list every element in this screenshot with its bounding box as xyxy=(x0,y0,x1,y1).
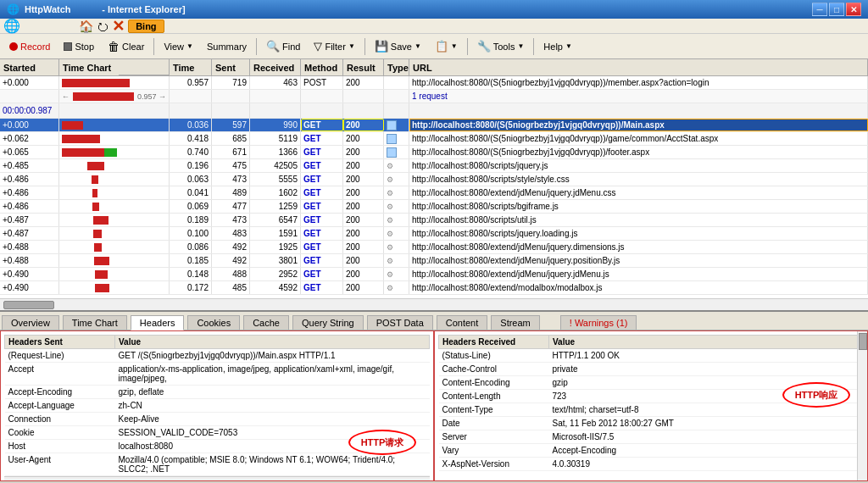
header-value: private xyxy=(549,363,864,376)
save-extra-button[interactable]: 📋 ▼ xyxy=(429,36,464,57)
col-header-received[interactable]: Received xyxy=(250,59,301,75)
tab-cache[interactable]: Cache xyxy=(243,315,289,330)
headers-received-row[interactable]: Content-Length723 xyxy=(439,390,864,403)
clear-icon: 🗑 xyxy=(108,40,120,53)
header-value: 4.0.30319 xyxy=(549,458,864,471)
headers-sent-row[interactable]: Accept-Encodinggzip, deflate xyxy=(5,386,430,399)
maximize-button[interactable]: □ xyxy=(829,3,844,16)
col-header-type[interactable]: Type xyxy=(384,59,409,75)
tab-timechart[interactable]: Time Chart xyxy=(63,315,127,330)
headers-sent-row[interactable]: User-AgentMozilla/4.0 (compatible; MSIE … xyxy=(5,453,430,476)
table-row[interactable]: +0.486 0.041 489 1602 GET 200 ⚙ http://l… xyxy=(0,186,868,200)
tab-postdata[interactable]: POST Data xyxy=(367,315,433,330)
save-dropdown-arrow: ▼ xyxy=(415,42,421,50)
close-button[interactable]: ✕ xyxy=(846,3,861,16)
header-value: GET /(S(5niogrbezbyj1vjgq0dvryqp))/Main.… xyxy=(115,349,430,363)
save-extra-icon: 📋 xyxy=(435,40,448,53)
filter-button[interactable]: ▽ Filter ▼ xyxy=(308,36,360,57)
separator-3 xyxy=(364,38,365,55)
table-row[interactable]: +0.486 0.063 473 5555 GET 200 ⚙ http://l… xyxy=(0,173,868,186)
header-value: zh-CN xyxy=(115,399,430,413)
headers-received-row[interactable]: (Status-Line)HTTP/1.1 200 OK xyxy=(439,349,864,363)
headers-received-row[interactable]: Content-Encodinggzip xyxy=(439,376,864,390)
help-dropdown-arrow: ▼ xyxy=(565,42,572,50)
header-name: X-AspNet-Version xyxy=(439,458,549,471)
clear-button[interactable]: 🗑 Clear xyxy=(102,36,150,57)
col-header-started[interactable]: Started xyxy=(0,59,59,75)
table-row[interactable]: +0.065 0.740 671 1366 GET 200 http://loc… xyxy=(0,146,868,159)
table-row[interactable]: +0.490 0.172 485 4592 GET 200 ⚙ http://l… xyxy=(0,281,868,295)
header-value: gzip, deflate xyxy=(115,386,430,399)
stop-button[interactable]: Stop xyxy=(58,36,100,57)
main-content: Started Time Chart Clear all entries fro… xyxy=(0,59,868,481)
header-value: Microsoft-IIS/7.5 xyxy=(549,430,864,444)
tab-stream[interactable]: Stream xyxy=(491,315,539,330)
table-row[interactable]: +0.062 0.418 685 5119 GET 200 http://loc… xyxy=(0,132,868,146)
view-button[interactable]: View ▼ xyxy=(158,36,199,57)
headers-sent-row[interactable]: Hostlocalhost:8080 xyxy=(5,440,430,453)
hscrollbar[interactable] xyxy=(0,298,868,310)
col-header-timechart[interactable]: Time Chart Clear all entries from the lo… xyxy=(59,59,170,75)
header-name: Accept xyxy=(5,363,115,386)
table-body: +0.000 0.957 719 463 POST 200 http://loc… xyxy=(0,76,868,298)
headers-sent-row[interactable]: CookieSESSION_VALID_CODE=7053 xyxy=(5,426,430,440)
summary-button[interactable]: Summary xyxy=(201,36,253,57)
minimize-button[interactable]: ─ xyxy=(812,3,827,16)
right-vscrollbar[interactable] xyxy=(857,331,867,480)
table-row[interactable]: +0.487 0.189 473 6547 GET 200 ⚙ http://l… xyxy=(0,214,868,227)
tab-cookies[interactable]: Cookies xyxy=(187,315,240,330)
header-name: Accept-Language xyxy=(5,399,115,413)
find-button[interactable]: 🔍 Find xyxy=(260,36,306,57)
headers-sent-table: Headers Sent Value (Request-Line)GET /(S… xyxy=(4,335,430,476)
table-row[interactable]: +0.000 0.957 719 463 POST 200 http://loc… xyxy=(0,76,868,90)
log-area: Started Time Chart Clear all entries fro… xyxy=(0,59,868,312)
ie-menu-bar: 🌐 🏠 ⭮ ✕ Bing xyxy=(0,19,868,34)
table-row[interactable]: +0.487 0.100 483 1591 GET 200 ⚙ http://l… xyxy=(0,227,868,241)
header-name: Content-Length xyxy=(439,390,549,403)
headers-received-row[interactable]: Cache-Controlprivate xyxy=(439,363,864,376)
col-header-url[interactable]: URL xyxy=(409,59,868,75)
stop-icon xyxy=(64,42,72,51)
headers-received-row[interactable]: VaryAccept-Encoding xyxy=(439,444,864,458)
table-row[interactable]: +0.486 0.069 477 1259 GET 200 ⚙ http://l… xyxy=(0,200,868,214)
header-name: (Request-Line) xyxy=(5,349,115,363)
tab-content[interactable]: Content xyxy=(437,315,488,330)
tab-warnings[interactable]: ! Warnings (1) xyxy=(560,315,637,330)
header-value: Mozilla/4.0 (compatible; MSIE 8.0; Windo… xyxy=(115,453,430,476)
col-header-sent[interactable]: Sent xyxy=(212,59,250,75)
left-hscrollbar[interactable] xyxy=(4,476,430,481)
headers-sent-panel: Headers Sent Value (Request-Line)GET /(S… xyxy=(0,330,434,481)
filter-icon: ▽ xyxy=(314,40,322,53)
tab-overview[interactable]: Overview xyxy=(2,315,59,330)
headers-received-row[interactable]: DateSat, 11 Feb 2012 18:00:27 GMT xyxy=(439,417,864,430)
tab-querystring[interactable]: Query String xyxy=(292,315,364,330)
table-row-selected[interactable]: +0.000 0.036 597 990 GET 200 http://loca… xyxy=(0,119,868,132)
record-button[interactable]: Record xyxy=(3,36,56,57)
table-row[interactable]: ← 0.957 → 1 request xyxy=(0,90,868,103)
headers-received-row[interactable]: ServerMicrosoft-IIS/7.5 xyxy=(439,430,864,444)
col-header-method[interactable]: Method xyxy=(301,59,343,75)
table-row-group[interactable]: 00:00:00.987 xyxy=(0,103,868,119)
headers-sent-row[interactable]: Accept-Languagezh-CN xyxy=(5,399,430,413)
headers-received-row[interactable]: X-AspNet-Version4.0.30319 xyxy=(439,458,864,471)
headers-sent-row[interactable]: ConnectionKeep-Alive xyxy=(5,413,430,426)
table-row[interactable]: +0.488 0.086 492 1925 GET 200 ⚙ http://l… xyxy=(0,241,868,254)
table-row[interactable]: +0.485 0.196 475 42505 GET 200 ⚙ http://… xyxy=(0,159,868,173)
tools-button[interactable]: 🔧 Tools ▼ xyxy=(471,36,531,57)
col-header-time[interactable]: Time xyxy=(170,59,212,75)
header-value: localhost:8080 xyxy=(115,440,430,453)
separator-4 xyxy=(467,38,468,55)
headers-sent-row[interactable]: (Request-Line)GET /(S(5niogrbezbyj1vjgq0… xyxy=(5,349,430,363)
save-button[interactable]: 💾 Save ▼ xyxy=(369,36,427,57)
table-row[interactable]: +0.488 0.185 492 3801 GET 200 ⚙ http://l… xyxy=(0,254,868,268)
help-button[interactable]: Help ▼ xyxy=(537,36,578,57)
tab-headers[interactable]: Headers xyxy=(131,315,185,330)
clear-tooltip: Clear all entries from the log (Ctrl+Del… xyxy=(119,75,170,75)
headers-received-row[interactable]: Content-Typetext/html; charset=utf-8 xyxy=(439,403,864,417)
header-value: SESSION_VALID_CODE=7053 xyxy=(115,426,430,440)
headers-sent-row[interactable]: Acceptapplication/x-ms-application, imag… xyxy=(5,363,430,386)
table-row[interactable]: +0.490 0.148 488 2952 GET 200 ⚙ http://l… xyxy=(0,268,868,281)
header-name: Accept-Encoding xyxy=(5,386,115,399)
save-icon: 💾 xyxy=(375,40,388,53)
col-header-result[interactable]: Result xyxy=(343,59,384,75)
